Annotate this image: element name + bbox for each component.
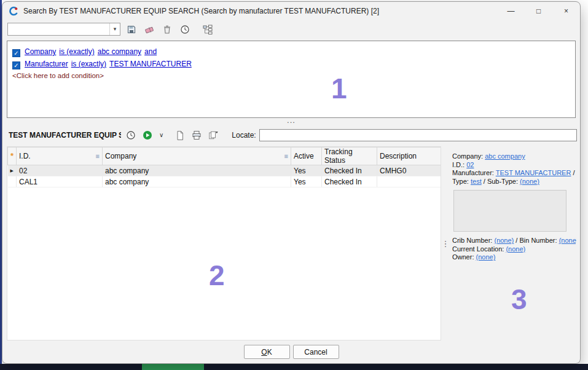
details-panel: Company: abc company I.D.: 02 Manufactur… [450, 146, 576, 340]
cell-company[interactable]: abc company [103, 176, 291, 187]
condition-operator-link[interactable]: is (exactly) [71, 60, 106, 68]
condition-field-link[interactable]: Manufacturer [25, 60, 68, 68]
condition-conjunction-link[interactable]: and [144, 47, 157, 56]
clear-icon[interactable] [143, 23, 156, 36]
ok-button[interactable]: OK [244, 345, 290, 359]
design-icon[interactable] [201, 23, 214, 36]
maximize-button[interactable]: □ [525, 2, 552, 20]
company-link[interactable]: abc company [485, 152, 525, 160]
manufacturer-label: Manufacturer: [452, 169, 494, 176]
save-icon[interactable] [125, 23, 138, 36]
manufacturer-suffix: / Mo [573, 169, 576, 176]
taskbar-app-segment[interactable] [142, 364, 204, 370]
query-toolbar: ▾ [2, 20, 580, 39]
cell-description[interactable] [377, 176, 442, 187]
panel-watermark-3: 3 [511, 283, 527, 316]
row-marker-cell [8, 176, 17, 187]
copy-icon[interactable] [206, 128, 220, 142]
column-header-tracking-status[interactable]: Tracking Status [322, 148, 377, 165]
dialog-footer: OK Cancel [2, 340, 580, 363]
owner-link[interactable]: (none) [476, 253, 496, 261]
title-bar[interactable]: Search By TEST MANUFACTURER EQUIP SEARCH… [2, 2, 580, 20]
saved-search-combo[interactable]: ▾ [7, 23, 120, 36]
column-header-company[interactable]: Company≡ [103, 148, 291, 165]
window-controls: — □ × [497, 2, 580, 20]
table-row[interactable]: CAL1 abc company Yes Checked In [8, 176, 442, 187]
cancel-button[interactable]: Cancel [293, 345, 339, 359]
window-title: Search By TEST MANUFACTURER EQUIP SEARCH… [23, 7, 379, 15]
run-icon[interactable] [141, 128, 154, 142]
condition-value-link[interactable]: abc company [98, 47, 141, 56]
minimize-button[interactable]: — [497, 2, 525, 20]
app-logo-icon [9, 6, 18, 16]
bin-number-link[interactable]: (none) [559, 237, 576, 244]
cell-description[interactable]: CMHG0 [377, 165, 442, 176]
manufacturer-link[interactable]: TEST MANUFACTURER [496, 169, 571, 176]
locate-label: Locate: [232, 131, 256, 140]
id-label: I.D.: [452, 161, 465, 168]
cell-company[interactable]: abc company [103, 165, 291, 176]
history-icon[interactable] [178, 23, 192, 36]
combo-dropdown-icon[interactable]: ▾ [109, 23, 120, 35]
condition-row: ✓Manufactureris (exactly)TEST MANUFACTUR… [12, 58, 570, 70]
company-label: Company: [452, 152, 483, 160]
vertical-splitter[interactable]: ⋮ [441, 146, 450, 340]
print-icon[interactable] [190, 128, 203, 142]
row-marker-icon: ▶ [8, 165, 17, 176]
history-icon[interactable] [124, 128, 138, 142]
current-location-link[interactable]: (none) [506, 245, 525, 253]
header-row: * I.D.≡ Company≡ Active Tracking Status … [8, 148, 442, 165]
cell-tracking-status[interactable]: Checked In [322, 165, 377, 176]
crib-number-label: Crib Number: [452, 237, 492, 244]
search-dialog-window: Search By TEST MANUFACTURER EQUIP SEARCH… [2, 1, 581, 364]
results-toolbar: TEST MANUFACTURER EQUIP SE ∨ Locate: [2, 126, 580, 144]
condition-checkbox[interactable]: ✓ [12, 61, 20, 69]
screen: Search By TEST MANUFACTURER EQUIP SEARCH… [0, 0, 588, 370]
cell-active[interactable]: Yes [291, 176, 322, 187]
results-title: TEST MANUFACTURER EQUIP SE [9, 131, 121, 140]
subtype-label: / Sub-Type: [484, 178, 518, 185]
taskbar[interactable] [0, 364, 588, 370]
delete-icon[interactable] [160, 23, 174, 36]
column-header-description[interactable]: Description [377, 148, 442, 165]
cell-tracking-status[interactable]: Checked In [322, 176, 377, 187]
owner-label: Owner: [452, 253, 474, 261]
run-options-icon[interactable]: ∨ [157, 132, 165, 138]
condition-operator-link[interactable]: is (exactly) [59, 47, 94, 56]
condition-value-link[interactable]: TEST MANUFACTURER [109, 60, 192, 68]
cell-id[interactable]: CAL1 [17, 176, 103, 187]
sort-icon[interactable]: ≡ [284, 152, 288, 160]
results-grid: * I.D.≡ Company≡ Active Tracking Status … [7, 146, 441, 340]
condition-checkbox[interactable]: ✓ [12, 49, 20, 57]
equipment-image-placeholder [453, 190, 566, 232]
type-label: Type: [452, 178, 469, 185]
bin-number-label: / Bin Number: [515, 237, 557, 244]
close-button[interactable]: × [552, 2, 580, 20]
results-table: * I.D.≡ Company≡ Active Tracking Status … [7, 147, 441, 187]
condition-field-link[interactable]: Company [25, 47, 56, 56]
id-link[interactable]: 02 [466, 161, 474, 168]
asterisk-icon: * [10, 151, 14, 160]
crib-number-link[interactable]: (none) [494, 237, 514, 244]
add-condition-link[interactable]: <Click here to add condition> [12, 72, 570, 79]
cell-active[interactable]: Yes [291, 165, 322, 176]
column-header-id[interactable]: I.D.≡ [17, 148, 103, 165]
current-location-label: Current Location: [452, 245, 504, 253]
condition-row: ✓Companyis (exactly)abc companyand [12, 45, 570, 58]
paste-icon[interactable] [173, 128, 187, 142]
locate-input[interactable] [259, 129, 577, 141]
column-header-active[interactable]: Active [291, 148, 322, 165]
row-indicator-header: * [8, 148, 17, 165]
conditions-panel: ✓Companyis (exactly)abc companyand ✓Manu… [7, 41, 576, 118]
table-row[interactable]: ▶ 02 abc company Yes Checked In CMHG0 [8, 165, 442, 176]
horizontal-splitter[interactable]: ... [2, 118, 580, 126]
subtype-link[interactable]: (none) [520, 178, 539, 185]
cell-id[interactable]: 02 [17, 165, 103, 176]
type-link[interactable]: test [471, 178, 482, 185]
sort-icon[interactable]: ≡ [96, 152, 100, 160]
panel-watermark-2: 2 [209, 259, 225, 292]
results-area: * I.D.≡ Company≡ Active Tracking Status … [7, 146, 576, 340]
